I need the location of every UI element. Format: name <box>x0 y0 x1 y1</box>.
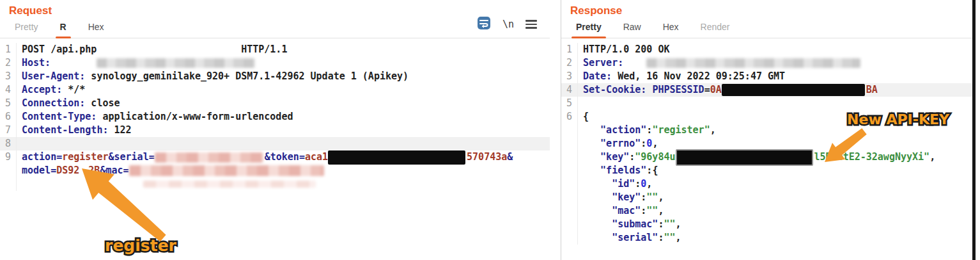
token: POST /api.php HTTP/1.1 <box>22 44 287 55</box>
request-editor[interactable]: 1POST /api.php HTTP/1.12Host: 3User-Agen… <box>0 38 550 191</box>
token: close <box>85 97 120 109</box>
code-text: Content-Type: application/x-www-form-url… <box>17 110 293 124</box>
code-text: Set-Cookie: PHPSESSID=0ABA <box>578 83 878 97</box>
code-text: action=register&serial=&token=aca1570743… <box>17 150 513 164</box>
token: : <box>629 151 635 163</box>
line-number: 3 <box>561 70 578 83</box>
code-line[interactable]: "mac":"", <box>561 204 974 218</box>
line-number: 3 <box>0 70 17 83</box>
line-number <box>0 177 17 191</box>
line-number: 6 <box>0 110 17 124</box>
token: l5BBetE2-32awgNyyXi" <box>814 151 930 163</box>
code-line[interactable]: "submac":"", <box>561 218 974 231</box>
token: Date: <box>583 70 612 82</box>
line-number: 2 <box>561 56 578 70</box>
redaction-blur-gray <box>646 58 860 68</box>
code-line[interactable]: 5 <box>561 97 974 110</box>
code-text <box>578 97 583 110</box>
token: "register" <box>652 124 710 136</box>
token: 0A <box>710 84 722 95</box>
code-line[interactable]: 2Server: <box>561 56 974 70</box>
line-number: 4 <box>561 83 578 97</box>
code-line[interactable]: 3Date: Wed, 16 Nov 2022 09:25:47 GMT <box>561 70 974 83</box>
tab-render[interactable]: Render <box>690 19 741 38</box>
token: register <box>62 151 108 163</box>
line-number <box>561 124 578 137</box>
tab-pretty[interactable]: Pretty <box>565 19 612 38</box>
code-text: "errno":0, <box>578 137 658 150</box>
token: synology_geminilake_920+ DSM7.1-42962 Up… <box>85 70 408 82</box>
code-line[interactable]: "serial":"", <box>561 231 974 245</box>
line-number: 4 <box>0 83 17 97</box>
code-line[interactable]: 4Accept: */* <box>0 83 550 97</box>
token: "" <box>646 205 658 216</box>
code-text: "serial":"", <box>578 231 681 245</box>
code-line[interactable]: 5Connection: close <box>0 97 550 110</box>
code-text: "key":"", <box>578 191 664 204</box>
response-editor[interactable]: 1HTTP/1.0 200 OK2Server: 3Date: Wed, 16 … <box>561 38 974 245</box>
line-number: 5 <box>0 97 17 110</box>
code-line[interactable]: "key":"96y84ul5BBetE2-32awgNyyXi", <box>561 150 974 164</box>
redaction-blur-pink <box>155 152 263 163</box>
code-line[interactable]: "fields":{ <box>561 164 974 177</box>
line-number: 1 <box>561 43 578 56</box>
request-editor-toolbar: \n <box>477 16 546 38</box>
token: "errno" <box>600 138 641 149</box>
token: "submac" <box>612 218 658 230</box>
token: , <box>658 205 664 216</box>
code-line[interactable]: 9action=register&serial=&token=aca157074… <box>0 150 550 164</box>
token: "action" <box>600 124 646 136</box>
code-line[interactable]: 2Host: <box>0 56 550 70</box>
tab-hex[interactable]: Hex <box>77 19 115 38</box>
code-line[interactable]: 6Content-Type: application/x-www-form-ur… <box>0 110 550 124</box>
token: , <box>652 138 658 149</box>
code-line[interactable]: 4Set-Cookie: PHPSESSID=0ABA <box>561 83 974 97</box>
code-text: "id":0, <box>578 177 652 191</box>
word-wrap-icon[interactable] <box>477 16 491 33</box>
menu-icon[interactable] <box>525 18 537 31</box>
request-panel: Request PrettyRHex \n 1POST /api.php <box>0 0 550 260</box>
code-line[interactable]: 1HTTP/1.0 200 OK <box>561 43 974 56</box>
token: , <box>646 178 652 190</box>
request-panel-title: Request <box>0 0 550 19</box>
tab-r[interactable]: R <box>49 19 77 38</box>
line-number: 9 <box>0 150 17 164</box>
token: , <box>710 124 716 136</box>
tab-hex[interactable]: Hex <box>652 19 690 38</box>
token: Content-Length: <box>22 124 108 136</box>
code-text <box>17 137 22 150</box>
code-line[interactable]: model=DS922B&mac= <box>0 164 550 177</box>
token: Set-Cookie: <box>583 84 646 95</box>
code-line[interactable]: "errno":0, <box>561 137 974 150</box>
code-line[interactable]: "key":"", <box>561 191 974 204</box>
line-number <box>561 150 578 164</box>
token <box>583 138 600 149</box>
code-text: Accept: */* <box>17 83 85 97</box>
code-line[interactable]: 8 <box>0 137 550 150</box>
token <box>583 124 600 136</box>
code-text: { <box>578 110 589 124</box>
token: 122 <box>108 124 131 136</box>
token: : <box>635 178 641 190</box>
code-line[interactable]: "id":0, <box>561 177 974 191</box>
code-line[interactable]: "action":"register", <box>561 124 974 137</box>
code-line[interactable]: 7Content-Length: 122 <box>0 124 550 137</box>
code-line[interactable]: 3User-Agent: synology_geminilake_920+ DS… <box>0 70 550 83</box>
line-number: 8 <box>0 137 17 150</box>
code-text: "key":"96y84ul5BBetE2-32awgNyyXi", <box>578 150 935 164</box>
code-text: "fields":{ <box>578 164 658 177</box>
tab-raw[interactable]: Raw <box>612 19 652 38</box>
token: Connection: <box>22 97 85 109</box>
code-line[interactable]: 1POST /api.php HTTP/1.1 <box>0 43 550 56</box>
token <box>583 218 612 230</box>
code-line[interactable] <box>0 177 550 191</box>
token <box>623 57 646 69</box>
token: Host: <box>22 57 51 69</box>
code-line[interactable]: 6{ <box>561 110 974 124</box>
tab-pretty[interactable]: Pretty <box>4 19 49 38</box>
line-number <box>561 218 578 231</box>
newline-chars-icon[interactable]: \n <box>502 19 514 30</box>
token: &serial= <box>108 151 154 163</box>
line-number: 1 <box>0 43 17 56</box>
token: 2B <box>88 165 100 176</box>
